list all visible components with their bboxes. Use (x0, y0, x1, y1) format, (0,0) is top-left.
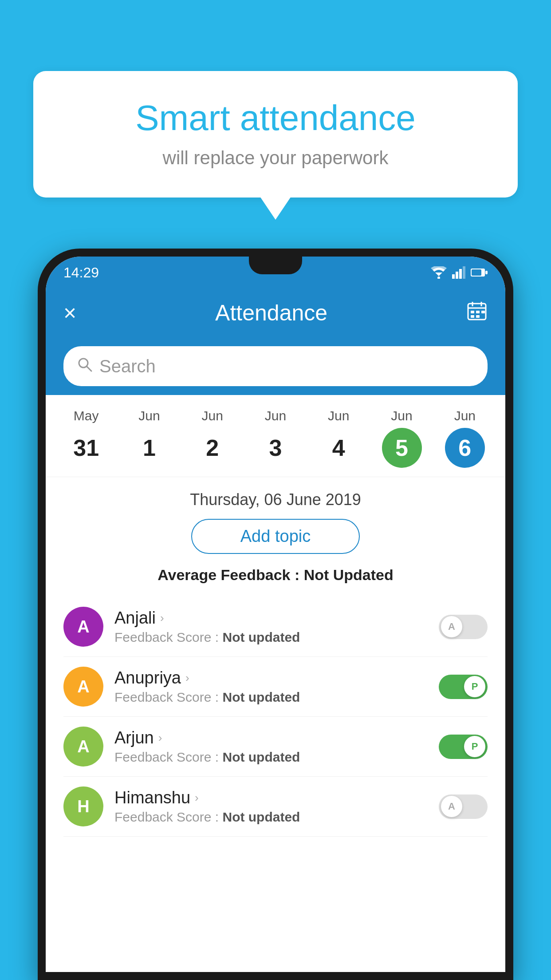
calendar-day[interactable]: Jun6 (441, 408, 489, 468)
svg-point-1 (437, 277, 440, 279)
svg-marker-0 (435, 273, 442, 276)
app-bar: × Attendance (46, 288, 505, 337)
calendar-day[interactable]: Jun2 (188, 408, 237, 468)
attendance-toggle[interactable]: A (439, 794, 488, 819)
close-button[interactable]: × (63, 300, 76, 326)
student-avatar: A (63, 607, 103, 647)
svg-rect-5 (463, 266, 465, 279)
search-bar[interactable]: Search (63, 346, 488, 386)
avg-feedback-label: Average Feedback : (157, 566, 303, 583)
avg-feedback-value: Not Updated (304, 566, 394, 583)
calendar-day[interactable]: Jun4 (314, 408, 363, 468)
student-row[interactable]: AAnjali ›Feedback Score : Not updatedA (63, 597, 488, 657)
svg-rect-17 (476, 315, 480, 318)
svg-rect-4 (459, 269, 462, 279)
wifi-icon (431, 266, 447, 279)
student-avatar: A (63, 727, 103, 767)
attendance-toggle[interactable]: P (439, 735, 488, 759)
svg-rect-16 (471, 315, 474, 318)
svg-line-19 (87, 366, 91, 371)
svg-rect-7 (472, 269, 481, 276)
search-input[interactable]: Search (99, 356, 156, 376)
student-list: AAnjali ›Feedback Score : Not updatedAAA… (63, 597, 488, 837)
calendar-day[interactable]: Jun1 (125, 408, 173, 468)
svg-rect-8 (485, 271, 488, 274)
phone-inner: 14:29 (46, 257, 505, 972)
battery-icon (471, 268, 488, 277)
date-header: Thursday, 06 June 2019 (63, 490, 488, 509)
student-row[interactable]: AArjun ›Feedback Score : Not updatedP (63, 717, 488, 777)
calendar-day[interactable]: May31 (62, 408, 110, 468)
calendar-day[interactable]: Jun5 (378, 408, 426, 468)
speech-bubble-container: Smart attendance will replace your paper… (33, 71, 518, 198)
svg-rect-14 (476, 311, 480, 313)
search-icon (77, 356, 93, 376)
content-area: Thursday, 06 June 2019 Add topic Average… (46, 477, 505, 850)
student-row[interactable]: HHimanshu ›Feedback Score : Not updatedA (63, 777, 488, 837)
status-time: 14:29 (63, 265, 99, 281)
speech-bubble-subtitle: will replace your paperwork (64, 147, 487, 169)
svg-rect-2 (452, 274, 455, 279)
student-avatar: A (63, 667, 103, 707)
svg-rect-15 (481, 311, 485, 313)
speech-bubble: Smart attendance will replace your paper… (33, 71, 518, 198)
search-bar-container: Search (46, 337, 505, 395)
attendance-toggle[interactable]: A (439, 615, 488, 639)
calendar-day[interactable]: Jun3 (251, 408, 300, 468)
attendance-toggle[interactable]: P (439, 675, 488, 699)
add-topic-button[interactable]: Add topic (191, 519, 360, 554)
speech-bubble-title: Smart attendance (64, 98, 487, 138)
app-bar-title: Attendance (76, 300, 466, 326)
svg-rect-13 (471, 311, 474, 313)
student-row[interactable]: AAnupriya ›Feedback Score : Not updatedP (63, 657, 488, 717)
signal-icon (452, 266, 465, 279)
calendar-icon[interactable] (466, 300, 488, 326)
student-avatar: H (63, 786, 103, 826)
notch (249, 257, 302, 274)
status-icons (431, 266, 488, 279)
calendar-strip: May31Jun1Jun2Jun3Jun4Jun5Jun6 (46, 395, 505, 477)
phone-frame: 14:29 (38, 249, 513, 980)
avg-feedback: Average Feedback : Not Updated (63, 566, 488, 584)
svg-rect-3 (456, 272, 458, 279)
